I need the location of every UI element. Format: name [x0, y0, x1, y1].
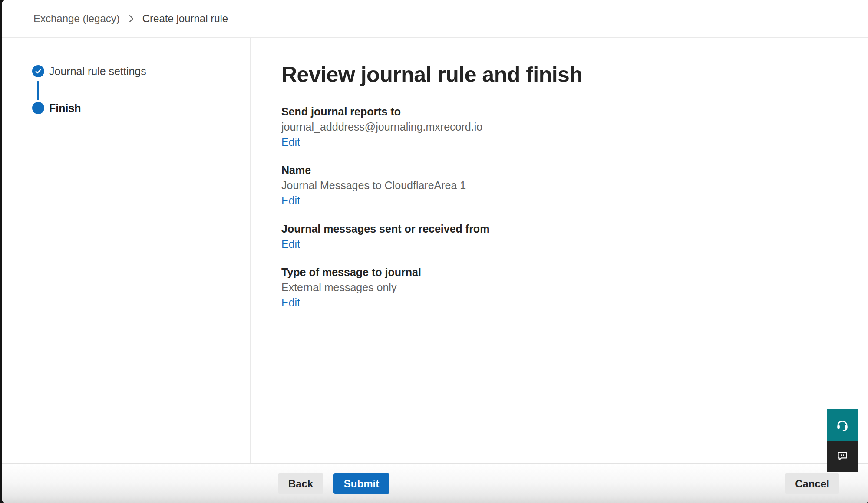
step-completed-circle[interactable]: [32, 65, 44, 77]
back-button[interactable]: Back: [278, 473, 323, 494]
step-label-journal-rule-settings[interactable]: Journal rule settings: [49, 65, 146, 77]
section-label: Journal messages sent or received from: [281, 221, 776, 237]
edit-message-type-link[interactable]: Edit: [281, 295, 300, 310]
footer-bar: Back Submit Cancel: [2, 463, 868, 503]
review-section-message-type: Type of message to journal External mess…: [281, 265, 776, 310]
edit-name-link[interactable]: Edit: [281, 193, 300, 208]
feedback-icon: [836, 450, 849, 463]
step-connector-line: [37, 81, 39, 100]
floating-buttons: [827, 409, 858, 472]
section-label: Type of message to journal: [281, 265, 776, 280]
headset-icon: [835, 418, 849, 432]
page-title: Review journal rule and finish: [281, 62, 776, 88]
review-section-send-journal-reports-to: Send journal reports to journal_adddress…: [281, 104, 776, 150]
help-button[interactable]: [827, 409, 858, 441]
section-value: Journal Messages to CloudflareArea 1: [281, 178, 776, 193]
wizard-steps-panel: Journal rule settings Finish: [2, 38, 251, 464]
breadcrumb-exchange-legacy[interactable]: Exchange (legacy): [33, 13, 120, 25]
review-panel: Review journal rule and finish Send jour…: [281, 37, 776, 323]
section-label: Send journal reports to: [281, 104, 776, 119]
section-value: External messages only: [281, 280, 776, 295]
breadcrumb: Exchange (legacy) Create journal rule: [33, 13, 228, 25]
cancel-button[interactable]: Cancel: [785, 473, 839, 494]
chevron-right-icon: [128, 14, 135, 23]
step-label-finish: Finish: [49, 102, 81, 114]
section-value: journal_adddress@journaling.mxrecord.io: [281, 119, 776, 135]
app-window: Exchange (legacy) Create journal rule Jo…: [2, 0, 868, 503]
section-label: Name: [281, 163, 776, 178]
review-section-journal-scope: Journal messages sent or received from E…: [281, 221, 776, 252]
edit-journal-scope-link[interactable]: Edit: [281, 237, 300, 252]
top-bar: Exchange (legacy) Create journal rule: [2, 0, 868, 38]
submit-button[interactable]: Submit: [333, 473, 389, 494]
feedback-button[interactable]: [827, 441, 858, 472]
review-section-name: Name Journal Messages to CloudflareArea …: [281, 163, 776, 208]
breadcrumb-create-journal-rule: Create journal rule: [142, 13, 228, 25]
edit-send-journal-reports-link[interactable]: Edit: [281, 135, 300, 150]
checkmark-icon: [34, 67, 42, 75]
step-current-dot[interactable]: [32, 102, 44, 114]
